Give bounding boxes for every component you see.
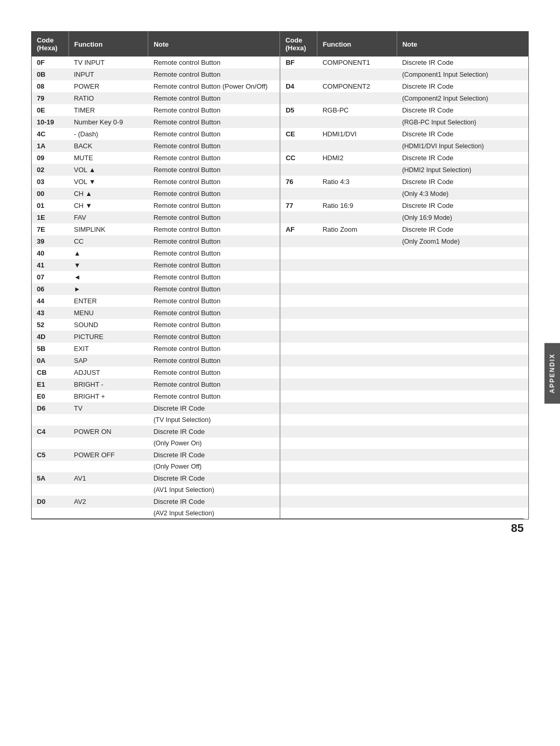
- left-note-cell: Remote control Button: [148, 57, 280, 68]
- right-function-cell: [317, 164, 397, 176]
- header-function-left: Function: [68, 32, 148, 57]
- table-row: 7E SIMPLINK Remote control Button AF Rat…: [32, 223, 529, 235]
- table-row: D0 AV2 Discrete IR Code: [32, 496, 529, 508]
- right-function-cell: [317, 367, 397, 378]
- left-note-cell: Remote control Button: [148, 355, 280, 367]
- right-function-cell: [317, 295, 397, 307]
- right-function-cell: RGB-PC: [317, 104, 397, 116]
- right-note-cell: Discrete IR Code: [397, 57, 528, 68]
- left-code-cell: 79: [32, 92, 69, 104]
- table-row: E0 BRIGHT + Remote control Button: [32, 390, 529, 402]
- right-function-cell: [317, 247, 397, 259]
- left-code-cell: 07: [32, 271, 69, 283]
- left-function-cell: ▲: [68, 247, 148, 259]
- left-note-cell: Remote control Button: [148, 343, 280, 355]
- right-note-cell: [397, 472, 528, 484]
- left-function-cell: ▼: [68, 259, 148, 271]
- left-function-cell: SIMPLINK: [68, 223, 148, 235]
- left-function-cell: [68, 508, 148, 519]
- right-function-cell: [317, 438, 397, 449]
- table-row: C4 POWER ON Discrete IR Code: [32, 426, 529, 438]
- table-row: 08 POWER Remote control Button (Power On…: [32, 80, 529, 92]
- table-row: 40 ▲ Remote control Button: [32, 247, 529, 259]
- table-row: D6 TV Discrete IR Code: [32, 402, 529, 414]
- table-row: 44 ENTER Remote control Button: [32, 295, 529, 307]
- left-note-cell: Remote control Button: [148, 223, 280, 235]
- page-number: 85: [511, 522, 524, 535]
- left-code-cell: 0F: [32, 57, 69, 68]
- left-note-cell: Remote control Button (Power On/Off): [148, 80, 280, 92]
- table-row: E1 BRIGHT - Remote control Button: [32, 378, 529, 390]
- right-note-cell: [397, 449, 528, 461]
- header-code-left: Code(Hexa): [32, 32, 69, 57]
- right-function-cell: [317, 496, 397, 508]
- left-code-cell: [32, 461, 69, 472]
- right-note-cell: Discrete IR Code: [397, 128, 528, 140]
- left-function-cell: BACK: [68, 140, 148, 152]
- right-note-cell: [397, 319, 528, 331]
- left-note-cell: Remote control Button: [148, 176, 280, 188]
- right-note-cell: Discrete IR Code: [397, 80, 528, 92]
- left-function-cell: BRIGHT -: [68, 378, 148, 390]
- left-note-cell: Remote control Button: [148, 92, 280, 104]
- table-row: (Only Power Off): [32, 461, 529, 472]
- right-code-cell: BF: [280, 57, 317, 68]
- right-note-cell: [397, 259, 528, 271]
- table-row: 00 CH ▲ Remote control Button (Only 4:3 …: [32, 188, 529, 200]
- right-note-cell: [397, 390, 528, 402]
- left-function-cell: VOL ▲: [68, 164, 148, 176]
- left-note-cell: Remote control Button: [148, 247, 280, 259]
- right-function-cell: [317, 484, 397, 496]
- right-note-cell: Discrete IR Code: [397, 104, 528, 116]
- right-note-cell: (HDMI2 Input Selection): [397, 164, 528, 176]
- right-function-cell: Ratio 4:3: [317, 176, 397, 188]
- right-code-cell: [280, 68, 317, 80]
- right-function-cell: HDMI1/DVI: [317, 128, 397, 140]
- left-code-cell: [32, 484, 69, 496]
- left-code-cell: CB: [32, 367, 69, 378]
- left-function-cell: AV1: [68, 472, 148, 484]
- right-note-cell: Discrete IR Code: [397, 223, 528, 235]
- right-note-cell: [397, 414, 528, 426]
- right-note-cell: (Only 16:9 Mode): [397, 212, 528, 223]
- table-row: 43 MENU Remote control Button: [32, 307, 529, 319]
- left-note-cell: Remote control Button: [148, 200, 280, 212]
- right-function-cell: [317, 259, 397, 271]
- right-function-cell: [317, 508, 397, 519]
- page-container: Code(Hexa) Function Note Code(Hexa) Func…: [0, 0, 560, 551]
- table-row: 5B EXIT Remote control Button: [32, 343, 529, 355]
- table-row: 0E TIMER Remote control Button D5 RGB-PC…: [32, 104, 529, 116]
- right-code-cell: [280, 496, 317, 508]
- left-note-cell: Remote control Button: [148, 164, 280, 176]
- right-code-cell: [280, 188, 317, 200]
- table-row: (TV Input Selection): [32, 414, 529, 426]
- right-function-cell: [317, 92, 397, 104]
- right-code-cell: [280, 235, 317, 247]
- right-note-cell: (HDMI1/DVI Input Selection): [397, 140, 528, 152]
- left-note-cell: Remote control Button: [148, 259, 280, 271]
- left-note-cell: Remote control Button: [148, 188, 280, 200]
- table-row: 0A SAP Remote control Button: [32, 355, 529, 367]
- right-code-cell: [280, 508, 317, 519]
- left-note-cell: (TV Input Selection): [148, 414, 280, 426]
- left-function-cell: VOL ▼: [68, 176, 148, 188]
- right-function-cell: HDMI2: [317, 152, 397, 164]
- right-note-cell: (Only Zoom1 Mode): [397, 235, 528, 247]
- left-function-cell: CH ▼: [68, 200, 148, 212]
- left-code-cell: 00: [32, 188, 69, 200]
- right-code-cell: [280, 283, 317, 295]
- left-function-cell: [68, 484, 148, 496]
- left-function-cell: ◄: [68, 271, 148, 283]
- right-function-cell: Ratio Zoom: [317, 223, 397, 235]
- left-function-cell: FAV: [68, 212, 148, 223]
- right-function-cell: [317, 461, 397, 472]
- right-code-cell: 76: [280, 176, 317, 188]
- right-note-cell: [397, 247, 528, 259]
- left-note-cell: Remote control Button: [148, 116, 280, 128]
- left-code-cell: 03: [32, 176, 69, 188]
- right-function-cell: [317, 283, 397, 295]
- right-code-cell: D4: [280, 80, 317, 92]
- right-note-cell: (Component1 Input Selection): [397, 68, 528, 80]
- left-code-cell: D0: [32, 496, 69, 508]
- right-code-cell: [280, 355, 317, 367]
